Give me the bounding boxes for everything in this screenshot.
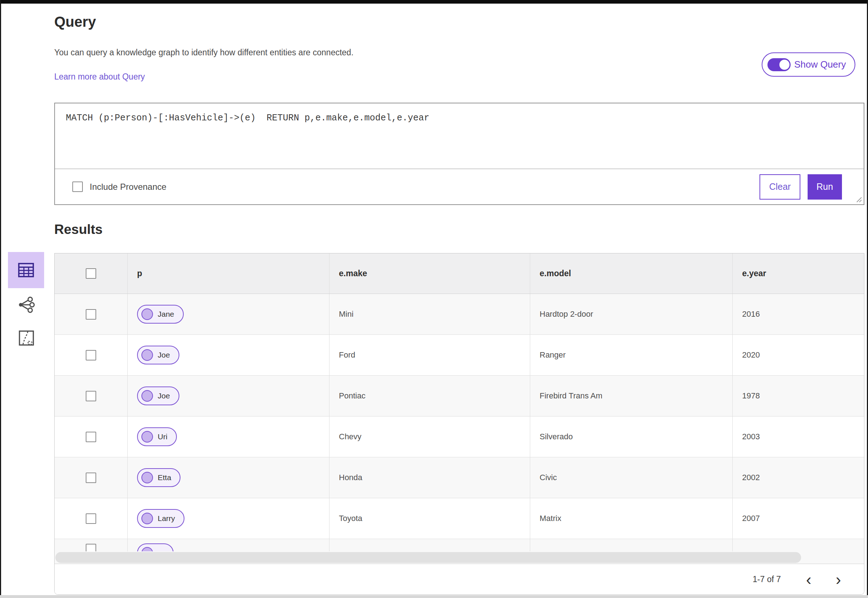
table-row: Uri Chevy Silverado 2003	[55, 417, 864, 457]
learn-more-link[interactable]: Learn more about Query	[54, 72, 145, 82]
table-header-row: p e.make e.model e.year	[55, 253, 864, 294]
table-view-icon	[17, 262, 35, 278]
row-checkbox[interactable]	[86, 544, 96, 552]
entity-node-icon	[141, 349, 153, 361]
window-bottom-edge	[0, 595, 868, 598]
query-description: You can query a knowledge graph to ident…	[54, 48, 353, 57]
column-header-year: e.year	[742, 269, 766, 278]
row-checkbox[interactable]	[86, 432, 96, 442]
entity-node-icon	[141, 390, 153, 402]
horizontal-scrollbar	[55, 552, 864, 564]
entity-pill[interactable]: Joe	[137, 387, 180, 405]
entity-label: Uri	[158, 432, 168, 441]
table-row-partial	[55, 539, 864, 552]
table-row: Joe Ford Ranger 2020	[55, 335, 864, 376]
table-pagination-footer: 1-7 of 7 ‹ ›	[55, 564, 864, 595]
link-chart-view-button[interactable]	[17, 296, 36, 314]
map-view-button[interactable]	[18, 330, 35, 346]
entity-node-icon	[141, 513, 153, 524]
cell-make: Ford	[339, 350, 355, 360]
select-all-checkbox[interactable]	[86, 268, 96, 279]
table-view-button[interactable]	[8, 252, 44, 288]
include-provenance-checkbox[interactable]	[72, 181, 83, 192]
table-row: Etta Honda Civic 2002	[55, 457, 864, 498]
row-checkbox[interactable]	[86, 472, 96, 483]
window-left-edge	[0, 0, 1, 598]
entity-label: Jane	[158, 310, 174, 318]
cell-make: Mini	[339, 309, 353, 319]
window-top-edge	[0, 0, 868, 4]
include-provenance-label: Include Provenance	[90, 182, 166, 192]
query-editor-panel: MATCH (p:Person)-[:HasVehicle]->(e) RETU…	[54, 103, 864, 205]
entity-pill[interactable]	[137, 543, 174, 552]
cell-make: Honda	[339, 473, 362, 482]
pagination-prev-button[interactable]: ‹	[801, 571, 817, 588]
entity-label	[158, 549, 164, 552]
cell-year: 2002	[742, 473, 760, 482]
table-row: Larry Toyota Matrix 2007	[55, 498, 864, 539]
link-chart-view-icon	[17, 296, 36, 314]
entity-label: Joe	[158, 392, 170, 400]
column-header-make: e.make	[339, 269, 367, 278]
column-header-model: e.model	[540, 269, 571, 278]
entity-node-icon	[141, 431, 153, 443]
cell-year: 2016	[742, 309, 760, 319]
cell-year: 2003	[742, 432, 760, 441]
entity-pill[interactable]: Uri	[137, 428, 177, 446]
entity-node-icon	[141, 472, 153, 483]
entity-label: Joe	[158, 351, 170, 359]
entity-node-icon	[141, 308, 153, 320]
entity-pill[interactable]: Joe	[137, 345, 180, 365]
query-textarea[interactable]: MATCH (p:Person)-[:HasVehicle]->(e) RETU…	[55, 103, 864, 169]
show-query-toggle[interactable]: Show Query	[762, 52, 855, 77]
table-row: Joe Pontiac Firebird Trans Am 1978	[55, 376, 864, 417]
column-header-p: p	[137, 269, 142, 278]
entity-label: Etta	[158, 473, 171, 482]
entity-pill[interactable]: Jane	[137, 305, 184, 324]
results-title: Results	[54, 222, 103, 237]
run-button[interactable]: Run	[808, 174, 842, 200]
cell-model: Silverado	[540, 432, 573, 441]
horizontal-scrollbar-thumb[interactable]	[55, 552, 801, 563]
row-checkbox[interactable]	[86, 513, 96, 524]
entity-pill[interactable]: Larry	[137, 509, 184, 528]
entity-label: Larry	[158, 514, 175, 523]
clear-button[interactable]: Clear	[759, 174, 801, 200]
entity-node-icon	[141, 547, 153, 552]
show-query-label: Show Query	[794, 59, 846, 70]
row-checkbox[interactable]	[86, 391, 96, 401]
pagination-next-button[interactable]: ›	[830, 571, 847, 588]
toggle-on-icon	[768, 58, 790, 71]
cell-model: Matrix	[540, 514, 561, 523]
map-view-icon	[18, 330, 35, 346]
cell-make: Toyota	[339, 514, 362, 523]
row-checkbox[interactable]	[86, 309, 96, 320]
cell-make: Chevy	[339, 432, 361, 441]
query-panel-footer: Include Provenance Clear Run	[55, 169, 864, 204]
cell-model: Firebird Trans Am	[540, 391, 603, 401]
cell-model: Civic	[540, 473, 557, 482]
entity-pill[interactable]: Etta	[137, 468, 181, 487]
cell-year: 1978	[742, 391, 760, 401]
cell-make: Pontiac	[339, 391, 365, 401]
page-title: Query	[54, 14, 96, 30]
query-page: Query You can query a knowledge graph to…	[0, 0, 868, 598]
cell-year: 2020	[742, 350, 760, 360]
cell-year: 2007	[742, 514, 760, 523]
results-table-container: p e.make e.model e.year Jane Mini Hardto…	[54, 253, 864, 595]
pagination-range: 1-7 of 7	[753, 574, 781, 584]
cell-model: Ranger	[540, 350, 566, 360]
row-checkbox[interactable]	[86, 350, 96, 360]
cell-model: Hardtop 2-door	[540, 309, 593, 319]
table-row: Jane Mini Hardtop 2-door 2016	[55, 294, 864, 335]
